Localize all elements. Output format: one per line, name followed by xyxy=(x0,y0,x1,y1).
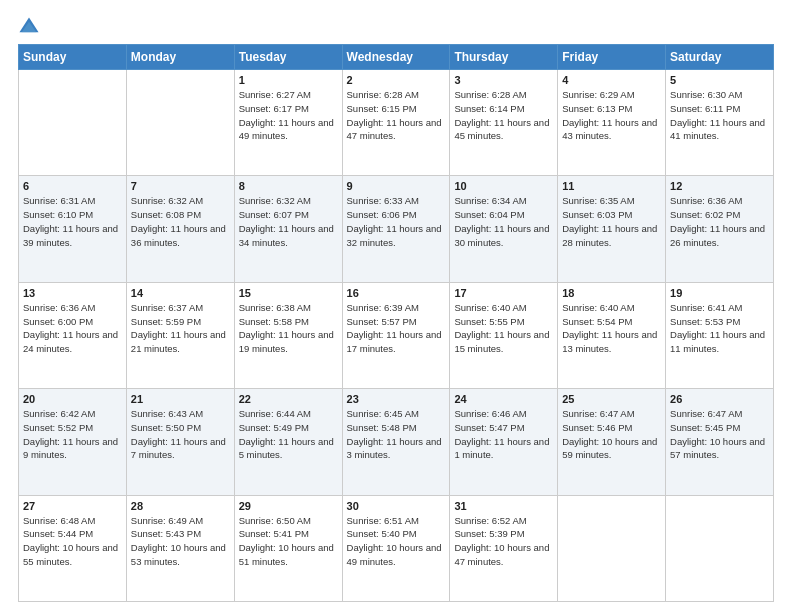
day-number: 2 xyxy=(347,74,446,86)
weekday-saturday: Saturday xyxy=(666,45,774,70)
calendar-cell: 14Sunrise: 6:37 AMSunset: 5:59 PMDayligh… xyxy=(126,282,234,388)
weekday-monday: Monday xyxy=(126,45,234,70)
day-info: Sunrise: 6:36 AMSunset: 6:02 PMDaylight:… xyxy=(670,194,769,249)
calendar-cell: 10Sunrise: 6:34 AMSunset: 6:04 PMDayligh… xyxy=(450,176,558,282)
day-info: Sunrise: 6:49 AMSunset: 5:43 PMDaylight:… xyxy=(131,514,230,569)
day-number: 29 xyxy=(239,500,338,512)
calendar-cell xyxy=(558,495,666,601)
day-info: Sunrise: 6:44 AMSunset: 5:49 PMDaylight:… xyxy=(239,407,338,462)
day-info: Sunrise: 6:41 AMSunset: 5:53 PMDaylight:… xyxy=(670,301,769,356)
calendar-cell: 26Sunrise: 6:47 AMSunset: 5:45 PMDayligh… xyxy=(666,389,774,495)
week-row-4: 20Sunrise: 6:42 AMSunset: 5:52 PMDayligh… xyxy=(19,389,774,495)
day-info: Sunrise: 6:43 AMSunset: 5:50 PMDaylight:… xyxy=(131,407,230,462)
day-number: 17 xyxy=(454,287,553,299)
calendar-cell: 4Sunrise: 6:29 AMSunset: 6:13 PMDaylight… xyxy=(558,70,666,176)
day-info: Sunrise: 6:40 AMSunset: 5:54 PMDaylight:… xyxy=(562,301,661,356)
calendar-cell: 21Sunrise: 6:43 AMSunset: 5:50 PMDayligh… xyxy=(126,389,234,495)
day-number: 20 xyxy=(23,393,122,405)
calendar-cell xyxy=(19,70,127,176)
day-number: 31 xyxy=(454,500,553,512)
day-info: Sunrise: 6:33 AMSunset: 6:06 PMDaylight:… xyxy=(347,194,446,249)
calendar-cell: 30Sunrise: 6:51 AMSunset: 5:40 PMDayligh… xyxy=(342,495,450,601)
calendar-cell: 16Sunrise: 6:39 AMSunset: 5:57 PMDayligh… xyxy=(342,282,450,388)
day-info: Sunrise: 6:29 AMSunset: 6:13 PMDaylight:… xyxy=(562,88,661,143)
day-info: Sunrise: 6:42 AMSunset: 5:52 PMDaylight:… xyxy=(23,407,122,462)
day-number: 22 xyxy=(239,393,338,405)
week-row-5: 27Sunrise: 6:48 AMSunset: 5:44 PMDayligh… xyxy=(19,495,774,601)
calendar-cell: 1Sunrise: 6:27 AMSunset: 6:17 PMDaylight… xyxy=(234,70,342,176)
calendar-cell: 22Sunrise: 6:44 AMSunset: 5:49 PMDayligh… xyxy=(234,389,342,495)
day-info: Sunrise: 6:30 AMSunset: 6:11 PMDaylight:… xyxy=(670,88,769,143)
day-number: 12 xyxy=(670,180,769,192)
logo xyxy=(18,16,44,38)
calendar-cell: 28Sunrise: 6:49 AMSunset: 5:43 PMDayligh… xyxy=(126,495,234,601)
weekday-thursday: Thursday xyxy=(450,45,558,70)
day-number: 3 xyxy=(454,74,553,86)
logo-icon xyxy=(18,16,40,38)
day-info: Sunrise: 6:45 AMSunset: 5:48 PMDaylight:… xyxy=(347,407,446,462)
calendar-body: 1Sunrise: 6:27 AMSunset: 6:17 PMDaylight… xyxy=(19,70,774,602)
day-info: Sunrise: 6:50 AMSunset: 5:41 PMDaylight:… xyxy=(239,514,338,569)
day-number: 24 xyxy=(454,393,553,405)
header xyxy=(18,16,774,38)
day-number: 14 xyxy=(131,287,230,299)
calendar-cell: 31Sunrise: 6:52 AMSunset: 5:39 PMDayligh… xyxy=(450,495,558,601)
day-number: 5 xyxy=(670,74,769,86)
day-number: 15 xyxy=(239,287,338,299)
day-info: Sunrise: 6:52 AMSunset: 5:39 PMDaylight:… xyxy=(454,514,553,569)
day-number: 10 xyxy=(454,180,553,192)
week-row-1: 1Sunrise: 6:27 AMSunset: 6:17 PMDaylight… xyxy=(19,70,774,176)
week-row-3: 13Sunrise: 6:36 AMSunset: 6:00 PMDayligh… xyxy=(19,282,774,388)
calendar-cell: 2Sunrise: 6:28 AMSunset: 6:15 PMDaylight… xyxy=(342,70,450,176)
day-info: Sunrise: 6:51 AMSunset: 5:40 PMDaylight:… xyxy=(347,514,446,569)
calendar-cell: 3Sunrise: 6:28 AMSunset: 6:14 PMDaylight… xyxy=(450,70,558,176)
calendar-cell xyxy=(126,70,234,176)
calendar-cell: 27Sunrise: 6:48 AMSunset: 5:44 PMDayligh… xyxy=(19,495,127,601)
day-number: 8 xyxy=(239,180,338,192)
day-number: 7 xyxy=(131,180,230,192)
day-number: 28 xyxy=(131,500,230,512)
calendar-cell: 9Sunrise: 6:33 AMSunset: 6:06 PMDaylight… xyxy=(342,176,450,282)
day-info: Sunrise: 6:46 AMSunset: 5:47 PMDaylight:… xyxy=(454,407,553,462)
weekday-friday: Friday xyxy=(558,45,666,70)
day-number: 23 xyxy=(347,393,446,405)
day-info: Sunrise: 6:48 AMSunset: 5:44 PMDaylight:… xyxy=(23,514,122,569)
calendar-cell: 24Sunrise: 6:46 AMSunset: 5:47 PMDayligh… xyxy=(450,389,558,495)
calendar-cell xyxy=(666,495,774,601)
day-info: Sunrise: 6:28 AMSunset: 6:14 PMDaylight:… xyxy=(454,88,553,143)
page: SundayMondayTuesdayWednesdayThursdayFrid… xyxy=(0,0,792,612)
day-info: Sunrise: 6:32 AMSunset: 6:08 PMDaylight:… xyxy=(131,194,230,249)
weekday-wednesday: Wednesday xyxy=(342,45,450,70)
day-info: Sunrise: 6:34 AMSunset: 6:04 PMDaylight:… xyxy=(454,194,553,249)
day-number: 18 xyxy=(562,287,661,299)
weekday-sunday: Sunday xyxy=(19,45,127,70)
day-number: 4 xyxy=(562,74,661,86)
weekday-tuesday: Tuesday xyxy=(234,45,342,70)
calendar-cell: 7Sunrise: 6:32 AMSunset: 6:08 PMDaylight… xyxy=(126,176,234,282)
day-info: Sunrise: 6:31 AMSunset: 6:10 PMDaylight:… xyxy=(23,194,122,249)
day-number: 30 xyxy=(347,500,446,512)
calendar-cell: 29Sunrise: 6:50 AMSunset: 5:41 PMDayligh… xyxy=(234,495,342,601)
calendar-cell: 20Sunrise: 6:42 AMSunset: 5:52 PMDayligh… xyxy=(19,389,127,495)
weekday-header-row: SundayMondayTuesdayWednesdayThursdayFrid… xyxy=(19,45,774,70)
day-number: 6 xyxy=(23,180,122,192)
day-info: Sunrise: 6:37 AMSunset: 5:59 PMDaylight:… xyxy=(131,301,230,356)
day-number: 16 xyxy=(347,287,446,299)
day-number: 13 xyxy=(23,287,122,299)
day-info: Sunrise: 6:32 AMSunset: 6:07 PMDaylight:… xyxy=(239,194,338,249)
calendar-cell: 13Sunrise: 6:36 AMSunset: 6:00 PMDayligh… xyxy=(19,282,127,388)
day-number: 9 xyxy=(347,180,446,192)
day-number: 26 xyxy=(670,393,769,405)
day-number: 27 xyxy=(23,500,122,512)
day-number: 21 xyxy=(131,393,230,405)
calendar-cell: 17Sunrise: 6:40 AMSunset: 5:55 PMDayligh… xyxy=(450,282,558,388)
day-number: 19 xyxy=(670,287,769,299)
day-info: Sunrise: 6:36 AMSunset: 6:00 PMDaylight:… xyxy=(23,301,122,356)
day-info: Sunrise: 6:47 AMSunset: 5:45 PMDaylight:… xyxy=(670,407,769,462)
day-info: Sunrise: 6:28 AMSunset: 6:15 PMDaylight:… xyxy=(347,88,446,143)
calendar-cell: 23Sunrise: 6:45 AMSunset: 5:48 PMDayligh… xyxy=(342,389,450,495)
calendar-cell: 25Sunrise: 6:47 AMSunset: 5:46 PMDayligh… xyxy=(558,389,666,495)
day-number: 25 xyxy=(562,393,661,405)
calendar-cell: 18Sunrise: 6:40 AMSunset: 5:54 PMDayligh… xyxy=(558,282,666,388)
day-info: Sunrise: 6:39 AMSunset: 5:57 PMDaylight:… xyxy=(347,301,446,356)
